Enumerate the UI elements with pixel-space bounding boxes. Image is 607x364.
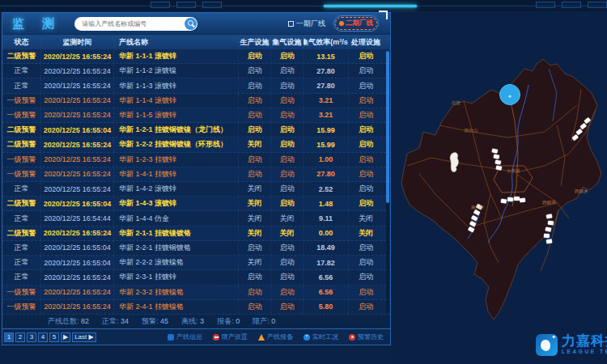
city-map[interactable]: 石岩阳台山大学城西丽湖西丽乡南山区 (395, 44, 607, 328)
treat-cell: 启动 (349, 286, 383, 299)
status-cell: 二级预警 (2, 197, 41, 210)
legend-bar: 产线信息限产设置产线报备实时工况预警历史 (157, 332, 384, 341)
name-cell: 华新 1-1-4 滚镀锌 (114, 94, 239, 108)
treat-cell: 启动 (349, 153, 383, 167)
status-cell: 正常 (2, 270, 41, 284)
gas-cell: 启动 (271, 138, 304, 151)
legend-item[interactable]: 限产设置 (213, 332, 248, 341)
search-input[interactable] (82, 20, 185, 28)
table-row[interactable]: 二级预警2020/12/25 16:55:24华新 1-2-2 挂镀铜镀镍（环形… (2, 138, 390, 152)
table-row[interactable]: 正常2020/12/25 16:55:24华新 1-4-2 滚镀锌关闭启动2.5… (2, 182, 390, 197)
report-triangle-icon (258, 334, 265, 341)
table-row[interactable]: 一级预警2020/12/25 16:55:24华新 2-3-2 挂镀镍铬启动启动… (2, 286, 390, 300)
phase1-checkbox[interactable]: 一期厂线 (288, 19, 325, 29)
deco-box (536, 2, 555, 8)
col-treat: 处理设施 (349, 37, 383, 48)
search-icon[interactable] (185, 18, 197, 30)
treat-cell: 启动 (349, 138, 383, 151)
footer-bar: 12345▶Last ▶ 产线信息限产设置产线报备实时工况预警历史 (2, 328, 390, 345)
alarm-history-icon (349, 334, 355, 341)
table-row[interactable]: 正常2020/12/25 16:55:04华新 2-2-1 挂镀铜镀铬启动启动1… (2, 241, 390, 256)
eff-cell: 18.49 (304, 241, 349, 255)
table-row[interactable]: 正常2020/12/25 16:54:44华新 1-4-4 仿金关闭关闭9.11… (2, 211, 390, 226)
page-button[interactable]: 2 (15, 332, 25, 342)
treat-cell: 启动 (349, 123, 383, 137)
legend-item[interactable]: 产线报备 (258, 332, 293, 341)
table-row[interactable]: 一级预警2020/12/25 16:55:24华新 1-1-4 滚镀锌启动启动3… (2, 94, 390, 108)
name-cell: 华新 1-4-4 仿金 (114, 211, 239, 225)
page-button[interactable]: 1 (4, 332, 14, 342)
page-button[interactable]: 3 (27, 332, 36, 342)
next-page-button[interactable]: ▶ (61, 332, 70, 342)
table-row[interactable]: 二级预警2020/12/25 16:55:24华新 1-1-1 滚镀锌启动启动1… (2, 49, 390, 64)
eff-cell: 6.56 (304, 270, 349, 284)
time-cell: 2020/12/25 16:55:24 (41, 182, 114, 196)
eff-cell: 17.82 (304, 256, 349, 269)
status-cell: 正常 (2, 256, 41, 269)
deco-glowbar (324, 5, 417, 7)
selected-site-marker[interactable] (500, 85, 520, 105)
page-button[interactable]: 5 (49, 332, 59, 342)
gas-cell: 启动 (271, 49, 304, 63)
page-button[interactable]: 4 (38, 332, 48, 342)
legend-label: 预警历史 (358, 332, 384, 341)
gas-cell: 启动 (271, 256, 304, 269)
name-cell: 华新 1-4-3 滚镀锌 (114, 197, 239, 210)
col-eff: 集气效率(m³/s) (304, 37, 349, 48)
table-row[interactable]: 一级预警2020/12/25 16:55:24华新 1-1-5 滚镀锌启动启动3… (2, 108, 390, 123)
gas-cell: 启动 (271, 64, 304, 78)
table-row[interactable]: 一级预警2020/12/25 16:55:24华新 1-4-1 挂镀锌启动启动2… (2, 167, 390, 182)
status-cell: 一级预警 (2, 300, 41, 314)
treat-cell: 启动 (349, 270, 383, 284)
table-row[interactable]: 一级预警2020/12/25 16:55:24华新 2-4-1 挂镀镍铬启动启动… (2, 300, 390, 315)
legend-item[interactable]: 预警历史 (349, 332, 384, 341)
status-cell: 一级预警 (2, 94, 41, 108)
table-row[interactable]: 正常2020/12/25 16:55:24华新 1-1-2 滚镀镍启动启动27.… (2, 64, 390, 78)
table-row[interactable]: 正常2020/12/25 16:55:04华新 2-2-2 滚镀镍铬关闭启动17… (2, 256, 390, 270)
status-cell: 正常 (2, 78, 41, 92)
time-cell: 2020/12/25 16:55:24 (41, 64, 114, 78)
prod-cell: 启动 (239, 153, 271, 167)
map-place-label: 大学城 (507, 168, 520, 173)
prod-cell: 关闭 (239, 182, 271, 196)
prod-cell: 关闭 (239, 197, 271, 210)
prod-cell: 启动 (239, 300, 271, 314)
table-row[interactable]: 正常2020/12/25 16:55:24华新 1-1-3 滚镀锌启动启动27.… (2, 78, 390, 93)
gas-cell: 启动 (271, 241, 304, 255)
time-cell: 2020/12/25 16:55:24 (41, 78, 114, 92)
prod-cell: 启动 (239, 241, 271, 255)
time-cell: 2020/12/25 16:55:24 (41, 286, 114, 299)
map-place-label: 南山区 (471, 205, 485, 210)
treat-cell: 启动 (349, 49, 383, 63)
eff-cell: 6.56 (304, 286, 349, 299)
eff-cell: 3.21 (304, 94, 349, 108)
table-row[interactable]: 二级预警2020/12/25 16:55:04华新 1-2-1 挂镀铜镀镍（龙门… (2, 123, 390, 138)
logo-subtitle: LEAGUE TECH (562, 349, 607, 355)
table-row[interactable]: 一级预警2020/12/25 16:55:24华新 1-2-3 挂镀锌启动启动1… (2, 153, 390, 167)
map-place-label: 石岩 (452, 100, 461, 106)
phase2-button[interactable]: 二期厂线 (333, 15, 379, 32)
status-cell: 正常 (2, 241, 41, 255)
time-cell: 2020/12/25 16:55:24 (41, 49, 114, 63)
scrollbar-thumb[interactable] (386, 51, 389, 203)
company-logo: 力嘉科技 LEAGUE TECH (536, 331, 607, 358)
table-row[interactable]: 二级预警2020/12/25 16:55:04华新 1-4-3 滚镀锌关闭启动1… (2, 197, 390, 211)
last-page-button[interactable]: Last ▶ (72, 332, 96, 342)
status-cell: 一级预警 (2, 153, 41, 167)
legend-item[interactable]: 产线信息 (168, 332, 202, 341)
legend-item[interactable]: 实时工况 (304, 332, 338, 341)
time-cell: 2020/12/25 16:55:24 (41, 167, 114, 181)
name-cell: 华新 1-1-5 滚镀锌 (114, 108, 239, 122)
summary-bar: 产线总数: 82正常: 34预警: 45离线: 3报备: 0限产: 0 (2, 315, 390, 328)
status-cell: 一级预警 (2, 167, 41, 181)
eff-cell: 13.15 (304, 49, 349, 63)
phase2-icon (339, 21, 344, 26)
scrollbar-track[interactable] (386, 51, 389, 313)
name-cell: 华新 1-4-2 滚镀锌 (114, 182, 239, 196)
legend-label: 产线报备 (267, 332, 293, 341)
eff-cell: 27.80 (304, 167, 349, 181)
table-row[interactable]: 正常2020/12/25 16:55:24华新 2-3-1 挂镀锌启动启动6.5… (2, 270, 390, 285)
treat-cell: 启动 (349, 197, 383, 210)
gas-cell: 启动 (271, 108, 304, 122)
table-row[interactable]: 二级预警2020/12/25 16:55:24华新 2-1-1 挂镀镍镀铬关闭关… (2, 226, 390, 241)
